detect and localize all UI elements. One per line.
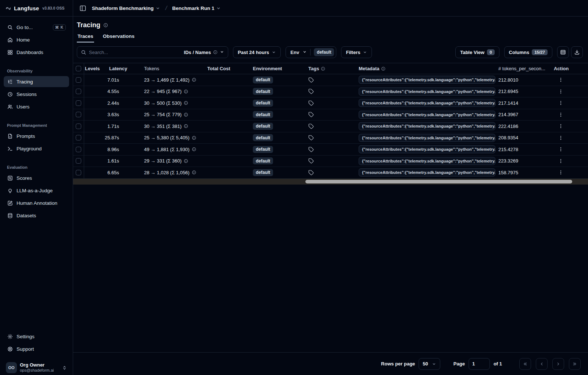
row-actions-kebab-icon[interactable] xyxy=(558,77,563,82)
header-tokens[interactable]: Tokens xyxy=(141,63,204,74)
sidebar-item-scores[interactable]: Scores xyxy=(4,172,69,183)
table-row[interactable]: 1.71s 30 → 351 (Σ 381) default {"resourc… xyxy=(73,121,588,132)
row-actions-kebab-icon[interactable] xyxy=(558,135,563,140)
row-checkbox[interactable] xyxy=(76,100,81,106)
header-total-cost[interactable]: Total Cost xyxy=(204,63,250,74)
sidebar-item-llm-as-a-judge[interactable]: LLM-as-a-Judge xyxy=(4,185,69,196)
breadcrumb-project[interactable]: Shadeform Benchmarking xyxy=(92,6,160,11)
tab-observations[interactable]: Observations xyxy=(102,32,135,43)
info-icon[interactable] xyxy=(192,170,196,175)
select-all-checkbox[interactable] xyxy=(76,66,81,71)
info-icon[interactable] xyxy=(184,113,188,117)
table-row[interactable]: 4.55s 22 → 945 (Σ 967) default {"resourc… xyxy=(73,86,588,98)
info-icon[interactable] xyxy=(192,78,196,82)
row-checkbox[interactable] xyxy=(76,158,81,164)
sidebar-item-dashboards[interactable]: Dashboards xyxy=(4,47,69,58)
row-actions-kebab-icon[interactable] xyxy=(558,89,563,94)
page-number-input[interactable] xyxy=(469,358,490,370)
header-tags[interactable]: Tags xyxy=(305,63,356,74)
metadata-pill[interactable]: {"resourceAttributes":{"telemetry.sdk.la… xyxy=(359,111,495,119)
tag-icon[interactable] xyxy=(308,89,314,94)
search-input[interactable] xyxy=(89,50,137,55)
row-checkbox[interactable] xyxy=(76,135,81,140)
first-page-button[interactable] xyxy=(519,358,531,370)
tag-icon[interactable] xyxy=(308,158,314,164)
table-view-button[interactable]: Table View 0 xyxy=(455,46,499,58)
row-actions-kebab-icon[interactable] xyxy=(558,100,563,106)
metadata-pill[interactable]: {"resourceAttributes":{"telemetry.sdk.la… xyxy=(359,145,495,153)
info-icon[interactable] xyxy=(184,101,188,105)
info-icon[interactable] xyxy=(192,147,196,151)
last-page-button[interactable] xyxy=(569,358,581,370)
row-actions-kebab-icon[interactable] xyxy=(558,147,563,152)
columns-button[interactable]: Columns 15/27 xyxy=(504,46,552,58)
previous-page-button[interactable] xyxy=(536,358,548,370)
row-actions-kebab-icon[interactable] xyxy=(558,170,563,175)
tag-icon[interactable] xyxy=(308,147,314,152)
sidebar-item-tracing[interactable]: Tracing xyxy=(4,76,69,87)
environment-filter[interactable]: Env default xyxy=(286,46,336,58)
sidebar-item-users[interactable]: Users xyxy=(4,101,69,112)
scrollbar-thumb[interactable] xyxy=(305,180,572,183)
sidebar-item-datasets[interactable]: Datasets xyxy=(4,210,69,221)
header-tokens-per-second[interactable]: # tokens_per_secon... xyxy=(495,63,549,74)
header-metadata[interactable]: Metadata xyxy=(356,63,495,74)
table-row[interactable]: 1.61s 29 → 331 (Σ 360) default {"resourc… xyxy=(73,156,588,167)
row-checkbox[interactable] xyxy=(76,170,81,175)
filters-dropdown[interactable]: Filters xyxy=(341,46,372,58)
header-environment[interactable]: Environment xyxy=(250,63,305,74)
sidebar-item-home[interactable]: Home xyxy=(4,34,69,45)
info-icon[interactable] xyxy=(103,23,108,28)
sidebar-item-sessions[interactable]: Sessions xyxy=(4,89,69,100)
header-levels[interactable]: Levels xyxy=(84,63,106,74)
table-row[interactable]: 2.44s 30 → 500 (Σ 530) default {"resourc… xyxy=(73,97,588,109)
tab-traces[interactable]: Traces xyxy=(77,32,94,43)
user-menu[interactable]: OO Org Owner ops@shadeform.ai xyxy=(4,360,69,375)
row-height-button[interactable] xyxy=(557,46,569,58)
sidebar-toggle-button[interactable] xyxy=(78,3,87,13)
sidebar-item-prompts[interactable]: Prompts xyxy=(4,131,69,142)
row-checkbox[interactable] xyxy=(76,124,81,129)
row-actions-kebab-icon[interactable] xyxy=(558,124,563,129)
info-icon[interactable] xyxy=(184,159,188,163)
tag-icon[interactable] xyxy=(308,77,314,83)
tag-icon[interactable] xyxy=(308,124,314,129)
metadata-pill[interactable]: {"resourceAttributes":{"telemetry.sdk.la… xyxy=(359,134,495,142)
info-icon[interactable] xyxy=(184,124,188,128)
export-button[interactable] xyxy=(571,46,583,58)
search-mode-dropdown[interactable]: IDs / Names xyxy=(184,50,224,55)
info-icon[interactable] xyxy=(192,136,196,140)
goto-search[interactable]: Go to... ⌘ K xyxy=(4,22,69,33)
row-checkbox[interactable] xyxy=(76,112,81,117)
tag-icon[interactable] xyxy=(308,170,314,175)
sidebar-item-human-annotation[interactable]: Human Annotation xyxy=(4,197,69,208)
row-checkbox[interactable] xyxy=(76,77,81,83)
tag-icon[interactable] xyxy=(308,112,314,117)
tag-icon[interactable] xyxy=(308,135,314,140)
breadcrumb-run[interactable]: Benchmark Run 1 xyxy=(172,6,221,11)
info-icon[interactable] xyxy=(184,89,188,94)
metadata-pill[interactable]: {"resourceAttributes":{"telemetry.sdk.la… xyxy=(359,99,495,107)
sidebar-item-playground[interactable]: Playground xyxy=(4,143,69,154)
table-row[interactable]: 25.87s 25 → 5,380 (Σ 5,405) default {"re… xyxy=(73,132,588,144)
metadata-pill[interactable]: {"resourceAttributes":{"telemetry.sdk.la… xyxy=(359,122,495,130)
metadata-pill[interactable]: {"resourceAttributes":{"telemetry.sdk.la… xyxy=(359,76,495,84)
row-actions-kebab-icon[interactable] xyxy=(558,112,563,117)
row-checkbox[interactable] xyxy=(76,89,81,94)
row-actions-kebab-icon[interactable] xyxy=(558,158,563,164)
metadata-pill[interactable]: {"resourceAttributes":{"telemetry.sdk.la… xyxy=(359,168,495,176)
next-page-button[interactable] xyxy=(552,358,564,370)
table-row[interactable]: 7.01s 23 → 1,469 (Σ 1,492) default {"res… xyxy=(73,74,588,86)
tag-icon[interactable] xyxy=(308,100,314,106)
sidebar-item-settings[interactable]: Settings xyxy=(4,331,69,342)
metadata-pill[interactable]: {"resourceAttributes":{"telemetry.sdk.la… xyxy=(359,88,495,96)
table-row[interactable]: 6.65s 28 → 1,028 (Σ 1,056) default {"res… xyxy=(73,167,588,179)
header-latency[interactable]: Latency xyxy=(106,63,141,74)
sidebar-item-support[interactable]: Support xyxy=(4,343,69,354)
row-checkbox[interactable] xyxy=(76,147,81,152)
time-range-dropdown[interactable]: Past 24 hours xyxy=(233,46,281,58)
metadata-pill[interactable]: {"resourceAttributes":{"telemetry.sdk.la… xyxy=(359,157,495,165)
table-row[interactable]: 8.96s 49 → 1,881 (Σ 1,930) default {"res… xyxy=(73,144,588,156)
rows-per-page-select[interactable]: 50 xyxy=(419,358,440,370)
table-row[interactable]: 3.63s 25 → 754 (Σ 779) default {"resourc… xyxy=(73,109,588,121)
